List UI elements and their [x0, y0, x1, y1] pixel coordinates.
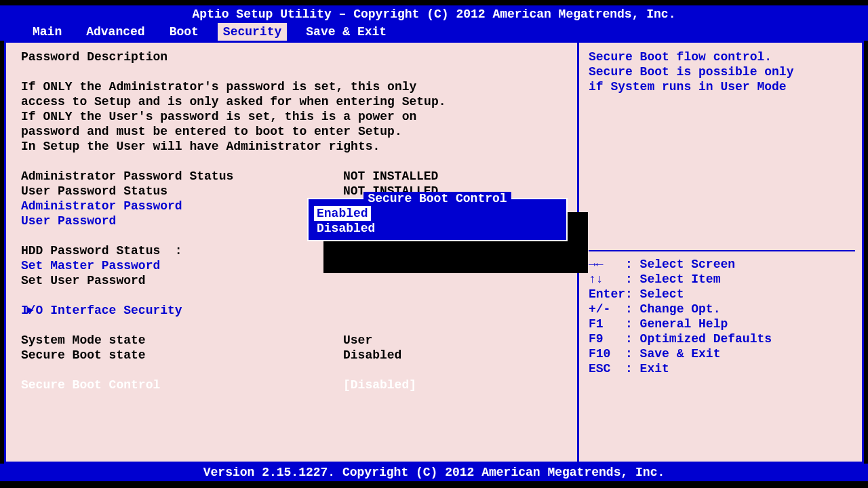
set-user-password[interactable]: Set User Password — [21, 273, 562, 288]
tab-save-exit[interactable]: Save & Exit — [300, 23, 392, 41]
popup-title: Secure Boot Control — [314, 191, 561, 206]
admin-pw-status-value: NOT INSTALLED — [343, 169, 562, 184]
user-pw-status-label: User Password Status — [21, 184, 343, 199]
footer: Version 2.15.1227. Copyright (C) 2012 Am… — [0, 464, 868, 481]
tab-boot[interactable]: Boot — [164, 23, 204, 41]
key-row: ↑↓ : Select Item — [589, 272, 855, 287]
submenu-arrow-icon: ► — [26, 303, 34, 318]
hdd-pw-status-label: HDD Password Status : — [21, 243, 343, 258]
admin-pw-status-label: Administrator Password Status — [21, 169, 343, 184]
popup-option-enabled[interactable]: Enabled — [314, 206, 371, 221]
tab-bar: Main Advanced Boot Security Save & Exit — [0, 23, 868, 41]
main-panel: Password Description If ONLY the Adminis… — [4, 41, 579, 464]
secure-boot-state-value: Disabled — [343, 348, 562, 363]
side-panel: Secure Boot flow control. Secure Boot is… — [579, 41, 864, 464]
tab-security[interactable]: Security — [218, 23, 287, 41]
desc-line: In Setup the User will have Administrato… — [21, 139, 562, 154]
io-interface-security[interactable]: ► I/O Interface Security — [21, 303, 562, 318]
desc-line: If ONLY the User's password is set, this… — [21, 109, 562, 124]
password-description-title: Password Description — [21, 49, 562, 64]
desc-line: If ONLY the Administrator's password is … — [21, 79, 562, 94]
desc-line: password and must be entered to boot to … — [21, 124, 562, 139]
tab-main[interactable]: Main — [27, 23, 67, 41]
key-row: →← : Select Screen — [589, 257, 855, 272]
tab-advanced[interactable]: Advanced — [81, 23, 150, 41]
key-row: +/- : Change Opt. — [589, 302, 855, 317]
key-help: →← : Select Screen ↑↓ : Select Item Ente… — [589, 251, 855, 455]
secure-boot-control-label: Secure Boot Control — [21, 378, 343, 392]
header-title: Aptio Setup Utility – Copyright (C) 2012… — [0, 5, 868, 23]
key-row: ESC : Exit — [589, 361, 855, 376]
secure-boot-state-label: Secure Boot state — [21, 348, 343, 363]
desc-line: access to Setup and is only asked for wh… — [21, 94, 562, 109]
secure-boot-control-popup: Secure Boot Control Enabled Disabled — [307, 198, 568, 241]
key-row: Enter: Select — [589, 287, 855, 302]
secure-boot-control-row[interactable]: Secure Boot Control [Disabled] — [21, 378, 562, 392]
help-text: Secure Boot flow control. Secure Boot is… — [589, 49, 855, 251]
system-mode-value: User — [343, 333, 562, 348]
key-row: F10 : Save & Exit — [589, 346, 855, 361]
secure-boot-control-value: [Disabled] — [343, 378, 562, 392]
key-row: F9 : Optimized Defaults — [589, 331, 855, 346]
popup-option-disabled[interactable]: Disabled — [314, 221, 561, 236]
key-row: F1 : General Help — [589, 317, 855, 331]
system-mode-label: System Mode state — [21, 333, 343, 348]
